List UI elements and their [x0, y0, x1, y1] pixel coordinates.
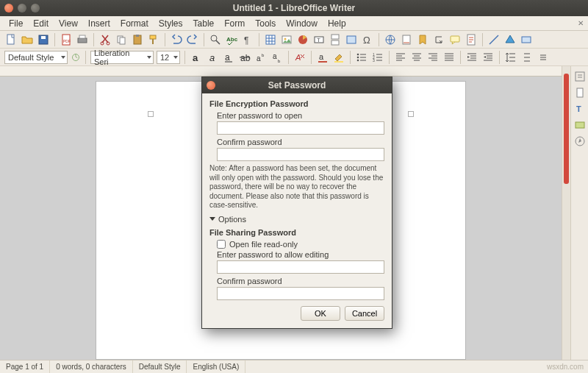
bold-icon[interactable]: a	[190, 51, 203, 64]
close-window-button[interactable]	[4, 4, 13, 13]
menu-form[interactable]: Form	[220, 17, 249, 30]
superscript-icon[interactable]: ab	[254, 51, 268, 64]
cut-icon[interactable]	[98, 33, 112, 46]
status-language[interactable]: English (USA)	[187, 360, 245, 373]
enter-password-edit-field[interactable]	[217, 260, 384, 274]
menu-view[interactable]: View	[54, 17, 82, 30]
highlight-color-icon[interactable]	[332, 51, 345, 64]
menu-edit[interactable]: Edit	[29, 17, 53, 30]
menu-help[interactable]: Help	[323, 17, 351, 30]
menu-tools[interactable]: Tools	[251, 17, 280, 30]
font-size-select[interactable]: 12	[157, 51, 180, 64]
svg-point-15	[211, 35, 217, 41]
spellcheck-icon[interactable]: Abc	[225, 33, 238, 46]
sidebar-navigator-icon[interactable]	[574, 135, 586, 147]
field-icon[interactable]	[345, 33, 358, 46]
dialog-close-button[interactable]	[207, 81, 215, 90]
print-icon[interactable]	[76, 33, 89, 46]
status-page[interactable]: Page 1 of 1	[0, 360, 50, 373]
find-replace-icon[interactable]	[209, 33, 222, 46]
update-style-icon[interactable]	[71, 51, 81, 64]
formatting-marks-icon[interactable]: ¶	[241, 33, 254, 46]
insert-image-icon[interactable]	[280, 33, 293, 46]
italic-icon[interactable]: a	[206, 51, 219, 64]
line-icon[interactable]	[487, 33, 501, 46]
font-name-select[interactable]: Liberation Seri	[90, 51, 154, 64]
subscript-icon[interactable]: ab	[270, 51, 284, 64]
enter-password-field[interactable]	[217, 121, 384, 135]
basic-shapes-icon[interactable]	[503, 33, 517, 46]
comment-icon[interactable]	[448, 33, 462, 46]
sidebar-gallery-icon[interactable]	[574, 119, 586, 131]
menu-table[interactable]: Table	[189, 17, 219, 30]
statusbar: Page 1 of 1 0 words, 0 characters Defaul…	[0, 360, 588, 373]
menu-window[interactable]: Window	[282, 17, 322, 30]
insert-chart-icon[interactable]	[296, 33, 309, 46]
separator	[85, 51, 86, 64]
hyperlink-icon[interactable]	[384, 33, 397, 46]
show-draw-icon[interactable]	[520, 33, 533, 46]
align-center-icon[interactable]	[410, 51, 423, 64]
insert-textbox-icon[interactable]: T	[312, 33, 326, 46]
svg-point-47	[357, 56, 359, 58]
menu-insert[interactable]: Insert	[84, 17, 115, 30]
clone-formatting-icon[interactable]	[147, 33, 160, 46]
clear-formatting-icon[interactable]: A	[293, 51, 306, 64]
horizontal-ruler[interactable]	[0, 66, 562, 77]
confirm-password-field[interactable]	[217, 148, 384, 161]
bookmark-icon[interactable]	[416, 33, 429, 46]
open-readonly-checkbox[interactable]: Open file read-only	[217, 240, 384, 249]
line-spacing-icon[interactable]	[504, 51, 517, 64]
status-page-style[interactable]: Default Style	[133, 360, 187, 373]
svg-rect-24	[331, 35, 339, 39]
menu-format[interactable]: Format	[116, 17, 153, 30]
menu-styles[interactable]: Styles	[154, 17, 187, 30]
font-color-icon[interactable]: a	[316, 51, 329, 64]
indent-increase-icon[interactable]	[465, 51, 478, 64]
maximize-window-button[interactable]	[31, 4, 40, 13]
scrollbar-thumb[interactable]	[564, 74, 569, 184]
status-wordcount[interactable]: 0 words, 0 characters	[50, 360, 133, 373]
track-changes-icon[interactable]	[465, 33, 478, 46]
label-confirm-password-edit: Confirm password	[217, 277, 384, 285]
sidebar-styles-icon[interactable]: T	[574, 103, 586, 115]
underline-icon[interactable]: a	[222, 51, 235, 64]
insert-table-icon[interactable]	[264, 33, 277, 46]
confirm-password-edit-field[interactable]	[217, 287, 384, 300]
align-justify-icon[interactable]	[442, 51, 456, 64]
save-icon[interactable]	[37, 33, 50, 46]
paragraph-style-select[interactable]: Default Style	[4, 51, 68, 64]
menu-file[interactable]: File	[4, 17, 27, 30]
copy-icon[interactable]	[115, 33, 128, 46]
para-spacing-increase-icon[interactable]	[520, 51, 534, 64]
document-close-icon[interactable]: ✕	[578, 19, 584, 27]
footnote-icon[interactable]	[400, 33, 413, 46]
strikethrough-icon[interactable]: abc	[238, 51, 251, 64]
cancel-button[interactable]: Cancel	[345, 306, 384, 321]
export-pdf-icon[interactable]: PDF	[60, 33, 73, 46]
sidebar-properties-icon[interactable]	[574, 71, 586, 82]
ok-button[interactable]: OK	[301, 306, 340, 321]
vertical-scrollbar[interactable]	[562, 66, 570, 360]
special-char-icon[interactable]: Ω	[361, 33, 374, 46]
paste-icon[interactable]	[131, 33, 144, 46]
cross-ref-icon[interactable]	[432, 33, 445, 46]
indent-decrease-icon[interactable]	[481, 51, 495, 64]
redo-icon[interactable]	[186, 33, 199, 46]
bullets-icon[interactable]	[355, 51, 368, 64]
undo-icon[interactable]	[170, 33, 183, 46]
svg-rect-0	[7, 35, 14, 44]
numbering-icon[interactable]: 123	[371, 51, 384, 64]
sidebar-page-icon[interactable]	[574, 87, 586, 99]
svg-text:PDF: PDF	[63, 39, 71, 43]
open-readonly-input[interactable]	[217, 240, 226, 249]
minimize-window-button[interactable]	[18, 4, 26, 13]
align-right-icon[interactable]	[426, 51, 440, 64]
separator	[184, 51, 185, 64]
new-doc-icon[interactable]	[4, 33, 18, 46]
options-expander[interactable]: Options	[209, 215, 384, 224]
open-icon[interactable]	[21, 33, 34, 46]
insert-page-break-icon[interactable]	[329, 33, 342, 46]
align-left-icon[interactable]	[394, 51, 407, 64]
para-spacing-decrease-icon[interactable]	[537, 51, 550, 64]
